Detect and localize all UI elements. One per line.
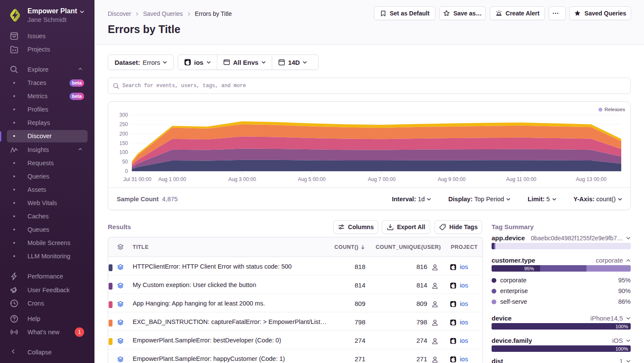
svg-text:300: 300: [119, 112, 128, 118]
svg-text:Aug 1 00:00: Aug 1 00:00: [158, 176, 186, 182]
svg-text:0: 0: [125, 168, 128, 174]
svg-text:Aug 9 00:00: Aug 9 00:00: [438, 176, 466, 182]
svg-text:250: 250: [119, 121, 128, 127]
svg-text:Aug 7 00:00: Aug 7 00:00: [368, 176, 396, 182]
svg-text:200: 200: [119, 131, 128, 137]
svg-text:Aug 3 00:00: Aug 3 00:00: [228, 176, 256, 182]
svg-text:Aug 13 00:00: Aug 13 00:00: [576, 176, 607, 182]
svg-text:50: 50: [122, 159, 128, 165]
svg-text:150: 150: [119, 140, 128, 146]
svg-text:Aug 5 00:00: Aug 5 00:00: [298, 176, 326, 182]
svg-text:Aug 11 00:00: Aug 11 00:00: [506, 176, 537, 182]
svg-text:Jul 31 00:00: Jul 31 00:00: [123, 176, 152, 182]
svg-text:100: 100: [119, 149, 128, 155]
